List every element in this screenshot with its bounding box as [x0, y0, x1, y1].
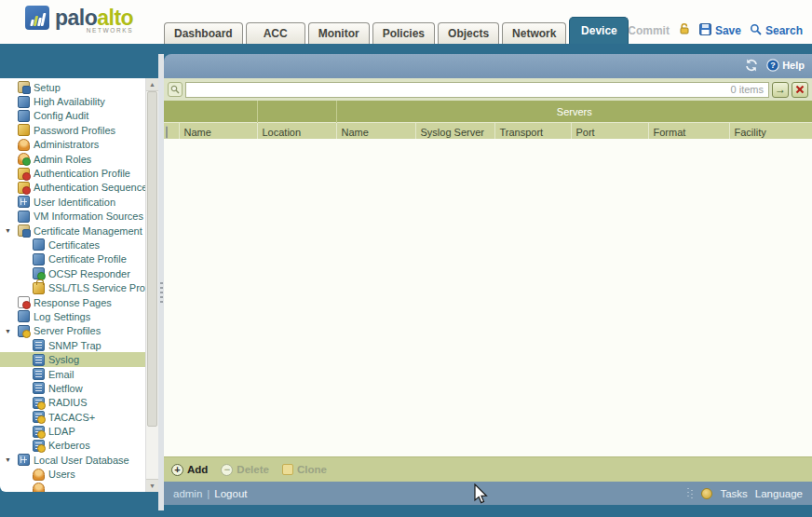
expander-icon[interactable]	[5, 456, 18, 463]
filter-input-wrap: 0 items	[185, 82, 769, 98]
clone-button[interactable]: Clone	[282, 464, 327, 475]
paloalto-logo-icon	[25, 6, 49, 30]
user-icon	[33, 483, 45, 492]
server-lock-icon	[33, 411, 45, 423]
sidebar-item-kerberos[interactable]: Kerberos	[0, 439, 146, 453]
scroll-up-icon[interactable]: ▲	[146, 78, 158, 91]
tasks-icon	[701, 488, 712, 499]
sidebar-item-vm-information-sources[interactable]: VM Information Sources	[0, 210, 146, 224]
sidebar-item-admin-roles[interactable]: Admin Roles	[0, 152, 146, 166]
add-button[interactable]: +Add	[171, 464, 208, 476]
sidebar-item-log-settings[interactable]: Log Settings	[0, 309, 146, 323]
clear-filter-button[interactable]	[792, 82, 808, 98]
apply-filter-button[interactable]: →	[772, 82, 789, 98]
sidebar-item-ocsp-responder[interactable]: OCSP Responder	[0, 266, 146, 280]
server-icon	[33, 382, 45, 394]
sidebar-item-config-audit[interactable]: Config Audit	[0, 109, 146, 123]
sidebar-item-authentication-profile[interactable]: Authentication Profile	[0, 166, 146, 180]
tab-policies[interactable]: Policies	[372, 22, 435, 44]
sidebar-scrollbar[interactable]: ▲ ▼	[145, 78, 158, 492]
server-lock-icon	[33, 426, 45, 438]
pages-icon	[18, 110, 30, 122]
sidebar-item-certificate-management[interactable]: Certificate Management	[0, 224, 146, 238]
sidebar-item-authentication-sequence[interactable]: Authentication Sequence	[0, 181, 146, 195]
refresh-icon[interactable]	[744, 58, 759, 73]
response-pages-icon	[18, 296, 30, 308]
server-lock-icon	[33, 440, 45, 452]
language-link[interactable]: Language	[755, 488, 803, 499]
certificate-icon	[33, 238, 45, 251]
server-icon	[33, 339, 45, 351]
commit-label: Commit	[628, 24, 670, 37]
header-utilities: Commit Save Search	[610, 22, 803, 38]
sidebar-item-high-availability[interactable]: High Availability	[0, 94, 146, 108]
help-button[interactable]: ?Help	[766, 59, 805, 72]
brand-primary: palo	[55, 6, 97, 30]
sidebar-item-administrators[interactable]: Administrators	[0, 138, 146, 152]
status-bar: admin | Logout Tasks Language	[164, 482, 812, 505]
sidebar-item-ldap[interactable]: LDAP	[0, 424, 146, 438]
sidebar-item-server-profiles[interactable]: Server Profiles	[0, 324, 146, 338]
sidebar-item-email[interactable]: Email	[0, 367, 146, 381]
filter-toolbar: 0 items →	[164, 78, 812, 101]
sidebar-item-local-user-database[interactable]: Local User Database	[0, 453, 146, 467]
device-nav-sidebar: Setup High Availability Config Audit Pas…	[0, 78, 158, 492]
group-header-blank	[164, 101, 257, 123]
server-lock-icon	[33, 397, 45, 409]
tab-monitor[interactable]: Monitor	[308, 22, 370, 44]
log-settings-icon	[18, 310, 30, 322]
tasks-link[interactable]: Tasks	[720, 488, 747, 499]
filter-search-icon[interactable]	[168, 82, 183, 97]
sidebar-item-certificate-profile[interactable]: Certificate Profile	[0, 252, 146, 266]
server-icon	[33, 354, 45, 366]
ocsp-responder-icon	[33, 267, 45, 279]
tab-dashboard[interactable]: Dashboard	[164, 22, 243, 44]
padlock-icon	[33, 282, 45, 294]
status-grip-icon	[687, 488, 694, 499]
add-label: Add	[187, 464, 208, 475]
scrollbar-thumb[interactable]	[147, 91, 157, 427]
database-icon	[18, 454, 30, 466]
sidebar-item-setup[interactable]: Setup	[0, 80, 146, 94]
sidebar-item-clipped[interactable]	[0, 482, 146, 492]
sidebar-item-password-profiles[interactable]: Password Profiles	[0, 123, 146, 137]
expander-icon[interactable]	[5, 328, 18, 334]
sidebar-item-certificates[interactable]: Certificates	[0, 238, 146, 252]
tab-network[interactable]: Network	[502, 22, 566, 44]
scroll-down-icon[interactable]: ▼	[146, 479, 158, 492]
lock-icon[interactable]	[678, 22, 691, 38]
sidebar-item-tacacs[interactable]: TACACS+	[0, 410, 146, 424]
separator: |	[207, 488, 210, 499]
sidebar-item-netflow[interactable]: Netflow	[0, 381, 146, 395]
tab-device[interactable]: Device	[569, 17, 629, 44]
search-button[interactable]: Search	[750, 23, 803, 38]
sidebar-item-user-identification[interactable]: User Identification	[0, 195, 146, 209]
sidebar-item-users[interactable]: Users	[0, 468, 146, 482]
sidebar-item-syslog[interactable]: Syslog	[0, 352, 146, 366]
delete-button[interactable]: −Delete	[221, 464, 269, 476]
svg-text:?: ?	[770, 61, 776, 70]
filter-input[interactable]	[185, 82, 769, 98]
select-all-checkbox[interactable]	[166, 126, 168, 139]
clone-icon	[282, 464, 293, 475]
user-check-icon	[18, 153, 30, 165]
expander-icon[interactable]	[5, 227, 18, 234]
table-action-bar: +Add −Delete Clone	[164, 456, 812, 482]
users-icon	[18, 168, 30, 180]
clone-label: Clone	[297, 464, 327, 475]
sidebar-item-radius[interactable]: RADIUS	[0, 396, 146, 410]
group-header-blank	[257, 101, 336, 123]
brand-secondary: alto	[97, 6, 133, 30]
logout-link[interactable]: Logout	[214, 488, 247, 499]
sidebar-item-snmp-trap[interactable]: SNMP Trap	[0, 338, 146, 352]
save-button[interactable]: Save	[699, 23, 741, 38]
sidebar-item-response-pages[interactable]: Response Pages	[0, 295, 146, 309]
server-folder-icon	[18, 325, 30, 337]
id-table-icon	[18, 196, 30, 208]
search-icon	[750, 23, 762, 38]
tab-acc[interactable]: ACC	[246, 22, 305, 44]
sidebar-item-ssl-tls-service-profile[interactable]: SSL/TLS Service Profile	[0, 280, 146, 294]
gear-icon	[18, 81, 30, 93]
tab-objects[interactable]: Objects	[438, 22, 499, 44]
syslog-content-panel: ?Help 0 items → Servers Name Location Na…	[164, 54, 812, 510]
